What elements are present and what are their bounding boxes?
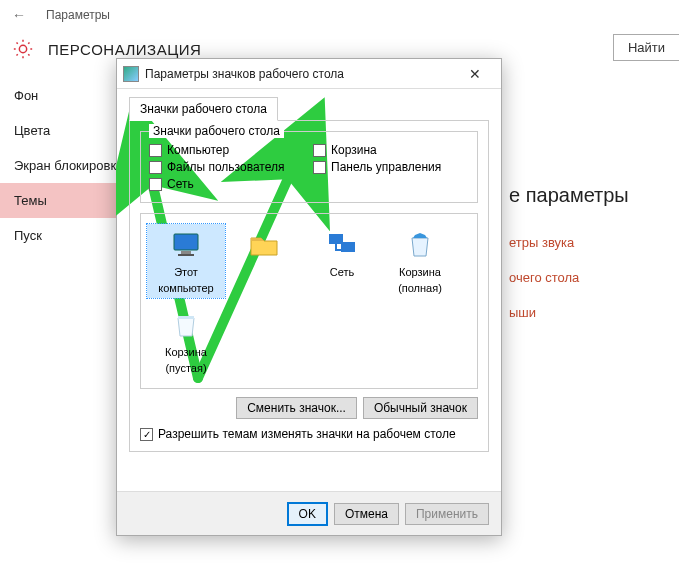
close-icon[interactable]: ✕: [455, 60, 495, 88]
checkbox-network-label: Сеть: [167, 177, 194, 191]
ok-button[interactable]: OK: [287, 502, 328, 526]
icon-label: Корзина: [165, 346, 207, 358]
checkbox-network[interactable]: Сеть: [149, 177, 305, 191]
checkbox-control[interactable]: Панель управления: [313, 160, 469, 174]
recycle-full-icon: [403, 228, 437, 262]
svg-rect-2: [178, 254, 194, 256]
related-link-desktop[interactable]: очего стола: [509, 260, 679, 295]
search-button[interactable]: Найти: [613, 34, 679, 61]
dialog-icon: [123, 66, 139, 82]
checkbox-recycle-label: Корзина: [331, 143, 377, 157]
icon-user-folder[interactable]: [225, 224, 303, 298]
checkbox-userfiles-label: Файлы пользователя: [167, 160, 284, 174]
icon-network[interactable]: Сеть: [303, 224, 381, 298]
icon-label: (пустая): [165, 362, 206, 374]
icon-label: компьютер: [158, 282, 213, 294]
related-link-sound[interactable]: етры звука: [509, 225, 679, 260]
icon-label: (полная): [398, 282, 442, 294]
page-title: ПЕРСОНАЛИЗАЦИЯ: [48, 41, 201, 58]
recycle-empty-icon: [169, 308, 203, 342]
default-icon-button[interactable]: Обычный значок: [363, 397, 478, 419]
breadcrumb: Параметры: [46, 8, 110, 22]
icon-label: Этот: [174, 266, 198, 278]
change-icon-button[interactable]: Сменить значок...: [236, 397, 357, 419]
svg-rect-0: [174, 234, 198, 250]
network-icon: [325, 228, 359, 262]
svg-rect-1: [181, 251, 191, 254]
allow-themes-label: Разрешить темам изменять значки на рабоч…: [158, 427, 456, 441]
cancel-button[interactable]: Отмена: [334, 503, 399, 525]
checkbox-userfiles[interactable]: Файлы пользователя: [149, 160, 305, 174]
folder-icon: [247, 228, 281, 262]
pc-icon: [169, 228, 203, 262]
apply-button[interactable]: Применить: [405, 503, 489, 525]
tab-desktop-icons[interactable]: Значки рабочего стола: [129, 97, 278, 121]
group-legend: Значки рабочего стола: [149, 124, 284, 138]
icon-label: Сеть: [330, 266, 354, 278]
related-heading: е параметры: [509, 180, 679, 225]
svg-rect-5: [178, 316, 194, 319]
icon-preview-grid: Этот компьютер Сеть Корзина (полная): [140, 213, 478, 389]
desktop-icons-group: Значки рабочего стола Компьютер Файлы по…: [140, 131, 478, 203]
back-icon[interactable]: ←: [12, 7, 26, 23]
checkbox-computer[interactable]: Компьютер: [149, 143, 305, 157]
checkbox-allow-themes[interactable]: [140, 428, 153, 441]
related-link-mouse[interactable]: ыши: [509, 295, 679, 330]
checkbox-computer-label: Компьютер: [167, 143, 229, 157]
icon-label: Корзина: [399, 266, 441, 278]
icon-this-pc[interactable]: Этот компьютер: [147, 224, 225, 298]
gear-icon: [12, 38, 34, 60]
checkbox-recycle[interactable]: Корзина: [313, 143, 469, 157]
svg-rect-3: [329, 234, 343, 244]
dialog-title: Параметры значков рабочего стола: [145, 67, 455, 81]
icon-bin-full[interactable]: Корзина (полная): [381, 224, 459, 298]
icon-bin-empty[interactable]: Корзина (пустая): [147, 304, 225, 378]
checkbox-control-label: Панель управления: [331, 160, 441, 174]
desktop-icons-dialog: Параметры значков рабочего стола ✕ Значк…: [116, 58, 502, 536]
